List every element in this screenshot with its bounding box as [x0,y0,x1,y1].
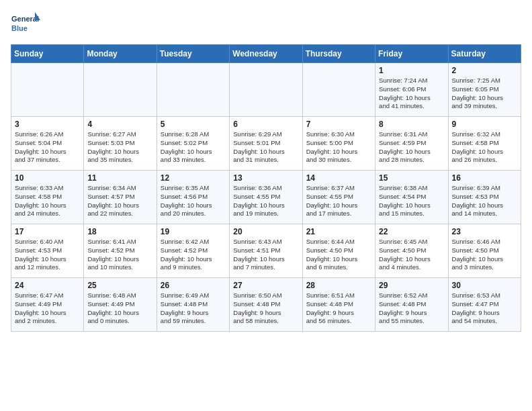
day-cell: 23Sunrise: 6:46 AM Sunset: 4:50 PM Dayli… [448,224,521,278]
day-cell: 8Sunrise: 6:31 AM Sunset: 4:59 PM Daylig… [375,117,448,171]
day-info: Sunrise: 6:51 AM Sunset: 4:48 PM Dayligh… [306,291,371,326]
day-number: 26 [161,281,226,290]
day-info: Sunrise: 6:47 AM Sunset: 4:49 PM Dayligh… [15,291,80,326]
day-cell: 22Sunrise: 6:45 AM Sunset: 4:50 PM Dayli… [375,224,448,278]
day-number: 16 [452,173,517,183]
day-number: 19 [161,227,226,236]
day-info: Sunrise: 6:33 AM Sunset: 4:58 PM Dayligh… [15,184,80,218]
day-cell: 24Sunrise: 6:47 AM Sunset: 4:49 PM Dayli… [11,278,84,332]
day-info: Sunrise: 6:36 AM Sunset: 4:55 PM Dayligh… [233,184,298,218]
week-row-2: 3Sunrise: 6:26 AM Sunset: 5:04 PM Daylig… [11,117,521,171]
day-cell: 11Sunrise: 6:34 AM Sunset: 4:57 PM Dayli… [84,171,157,224]
day-cell: 5Sunrise: 6:28 AM Sunset: 5:02 PM Daylig… [157,117,229,171]
day-number: 25 [87,281,152,290]
day-info: Sunrise: 6:48 AM Sunset: 4:49 PM Dayligh… [87,291,152,326]
weekday-header-tuesday: Tuesday [157,45,229,63]
day-info: Sunrise: 6:30 AM Sunset: 5:00 PM Dayligh… [306,130,371,165]
header: General Blue [11,11,521,38]
day-info: Sunrise: 6:27 AM Sunset: 5:03 PM Dayligh… [87,130,152,165]
day-cell: 1Sunrise: 7:24 AM Sunset: 6:06 PM Daylig… [375,63,448,117]
day-info: Sunrise: 7:25 AM Sunset: 6:05 PM Dayligh… [452,77,517,111]
day-number: 21 [306,227,371,236]
day-number: 4 [87,120,152,129]
day-cell: 4Sunrise: 6:27 AM Sunset: 5:03 PM Daylig… [84,117,157,171]
weekday-header-thursday: Thursday [302,45,375,63]
day-info: Sunrise: 7:24 AM Sunset: 6:06 PM Dayligh… [379,77,444,111]
week-row-1: 1Sunrise: 7:24 AM Sunset: 6:06 PM Daylig… [11,63,521,117]
day-number: 29 [379,281,444,290]
day-cell: 15Sunrise: 6:38 AM Sunset: 4:54 PM Dayli… [375,171,448,224]
week-row-4: 17Sunrise: 6:40 AM Sunset: 4:53 PM Dayli… [11,224,521,278]
day-number: 9 [452,120,517,129]
day-cell: 10Sunrise: 6:33 AM Sunset: 4:58 PM Dayli… [11,171,84,224]
day-cell: 27Sunrise: 6:50 AM Sunset: 4:48 PM Dayli… [230,278,302,332]
day-cell: 6Sunrise: 6:29 AM Sunset: 5:01 PM Daylig… [230,117,302,171]
day-number: 10 [15,173,80,183]
day-info: Sunrise: 6:28 AM Sunset: 5:02 PM Dayligh… [161,130,226,165]
day-cell: 3Sunrise: 6:26 AM Sunset: 5:04 PM Daylig… [11,117,84,171]
day-info: Sunrise: 6:29 AM Sunset: 5:01 PM Dayligh… [233,130,298,165]
day-info: Sunrise: 6:38 AM Sunset: 4:54 PM Dayligh… [379,184,444,218]
day-info: Sunrise: 6:41 AM Sunset: 4:52 PM Dayligh… [87,238,152,272]
day-cell: 21Sunrise: 6:44 AM Sunset: 4:50 PM Dayli… [302,224,375,278]
day-info: Sunrise: 6:43 AM Sunset: 4:51 PM Dayligh… [233,238,298,272]
day-info: Sunrise: 6:49 AM Sunset: 4:48 PM Dayligh… [161,291,226,326]
day-cell: 26Sunrise: 6:49 AM Sunset: 4:48 PM Dayli… [157,278,229,332]
day-cell: 9Sunrise: 6:32 AM Sunset: 4:58 PM Daylig… [448,117,521,171]
day-cell [302,63,375,117]
svg-text:General: General [11,15,39,23]
day-info: Sunrise: 6:32 AM Sunset: 4:58 PM Dayligh… [452,130,517,165]
day-info: Sunrise: 6:26 AM Sunset: 5:04 PM Dayligh… [15,130,80,165]
day-info: Sunrise: 6:44 AM Sunset: 4:50 PM Dayligh… [306,238,371,272]
weekday-header-monday: Monday [84,45,157,63]
day-cell: 19Sunrise: 6:42 AM Sunset: 4:52 PM Dayli… [157,224,229,278]
day-info: Sunrise: 6:46 AM Sunset: 4:50 PM Dayligh… [452,238,517,272]
day-number: 8 [379,120,444,129]
day-info: Sunrise: 6:40 AM Sunset: 4:53 PM Dayligh… [15,238,80,272]
day-cell: 7Sunrise: 6:30 AM Sunset: 5:00 PM Daylig… [302,117,375,171]
day-info: Sunrise: 6:52 AM Sunset: 4:48 PM Dayligh… [379,291,444,326]
weekday-header-friday: Friday [375,45,448,63]
day-cell: 20Sunrise: 6:43 AM Sunset: 4:51 PM Dayli… [230,224,302,278]
day-cell: 29Sunrise: 6:52 AM Sunset: 4:48 PM Dayli… [375,278,448,332]
day-cell [157,63,229,117]
day-number: 22 [379,227,444,236]
day-cell: 28Sunrise: 6:51 AM Sunset: 4:48 PM Dayli… [302,278,375,332]
day-cell: 14Sunrise: 6:37 AM Sunset: 4:55 PM Dayli… [302,171,375,224]
svg-text:Blue: Blue [11,24,28,32]
day-number: 20 [233,227,298,236]
day-cell: 18Sunrise: 6:41 AM Sunset: 4:52 PM Dayli… [84,224,157,278]
day-cell: 13Sunrise: 6:36 AM Sunset: 4:55 PM Dayli… [230,171,302,224]
day-number: 15 [379,173,444,183]
day-number: 28 [306,281,371,290]
day-number: 24 [15,281,80,290]
day-cell [11,63,84,117]
day-cell: 12Sunrise: 6:35 AM Sunset: 4:56 PM Dayli… [157,171,229,224]
day-number: 14 [306,173,371,183]
day-cell: 2Sunrise: 7:25 AM Sunset: 6:05 PM Daylig… [448,63,521,117]
weekday-header-wednesday: Wednesday [230,45,302,63]
day-info: Sunrise: 6:34 AM Sunset: 4:57 PM Dayligh… [87,184,152,218]
day-cell: 16Sunrise: 6:39 AM Sunset: 4:53 PM Dayli… [448,171,521,224]
day-number: 7 [306,120,371,129]
logo-svg: General Blue [11,11,42,38]
day-info: Sunrise: 6:42 AM Sunset: 4:52 PM Dayligh… [161,238,226,272]
day-number: 30 [452,281,517,290]
day-number: 17 [15,227,80,236]
day-info: Sunrise: 6:45 AM Sunset: 4:50 PM Dayligh… [379,238,444,272]
week-row-3: 10Sunrise: 6:33 AM Sunset: 4:58 PM Dayli… [11,171,521,224]
weekday-header-sunday: Sunday [11,45,84,63]
day-info: Sunrise: 6:50 AM Sunset: 4:48 PM Dayligh… [233,291,298,326]
day-number: 27 [233,281,298,290]
day-number: 13 [233,173,298,183]
day-info: Sunrise: 6:35 AM Sunset: 4:56 PM Dayligh… [161,184,226,218]
day-info: Sunrise: 6:31 AM Sunset: 4:59 PM Dayligh… [379,130,444,165]
day-number: 12 [161,173,226,183]
calendar-table: SundayMondayTuesdayWednesdayThursdayFrid… [11,44,521,332]
day-number: 18 [87,227,152,236]
day-cell: 25Sunrise: 6:48 AM Sunset: 4:49 PM Dayli… [84,278,157,332]
day-number: 5 [161,120,226,129]
weekday-header-saturday: Saturday [448,45,521,63]
day-number: 11 [87,173,152,183]
day-cell: 30Sunrise: 6:53 AM Sunset: 4:47 PM Dayli… [448,278,521,332]
